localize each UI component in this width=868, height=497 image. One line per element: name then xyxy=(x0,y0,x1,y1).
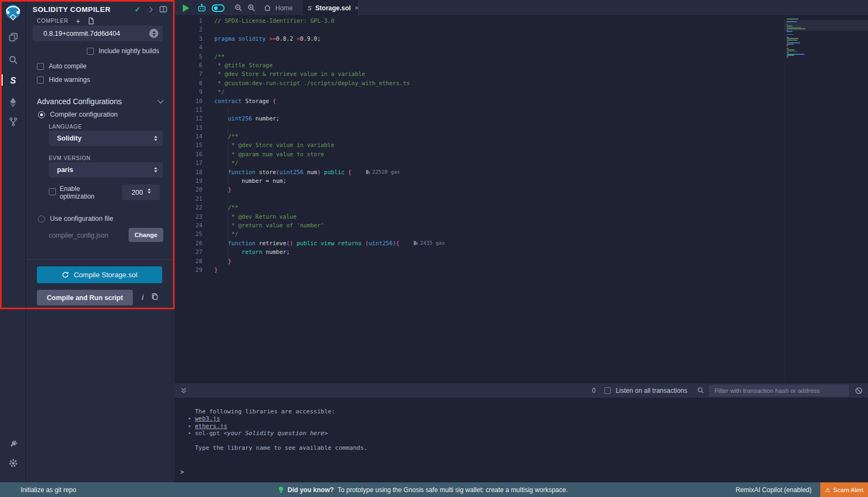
search-icon[interactable] xyxy=(0,53,26,67)
code-area[interactable]: // SPDX-License-Identifier: GPL-3.0pragm… xyxy=(214,16,781,274)
solidity-compiler-icon[interactable]: S xyxy=(0,74,26,88)
line-number: 10 xyxy=(175,97,202,105)
code-line[interactable]: * @dev Store value in variable xyxy=(214,141,781,149)
include-nightly-label: Include nightly builds xyxy=(99,47,159,55)
gas-pump-icon xyxy=(366,169,370,175)
use-configuration-file-radio[interactable] xyxy=(38,215,45,222)
code-line[interactable]: * @param num value to store xyxy=(214,150,781,158)
advanced-configurations-header[interactable]: Advanced Configurations xyxy=(37,97,163,106)
compiler-version-value: 0.8.19+commit.7dd6d404 xyxy=(43,30,120,37)
compiler-configuration-label: Compiler configuration xyxy=(50,111,118,118)
file-explorer-icon[interactable] xyxy=(0,30,26,44)
listen-transactions-checkbox[interactable] xyxy=(604,387,611,394)
panel-header: SOLIDITY COMPILER ✓ xyxy=(33,3,167,15)
code-line[interactable]: uint256 number; xyxy=(214,114,781,123)
tab-storage-sol[interactable]: S Storage.sol × xyxy=(302,0,358,16)
copilot-toggle[interactable] xyxy=(210,0,226,16)
plugin-manager-icon[interactable] xyxy=(0,436,26,450)
deploy-run-icon[interactable] xyxy=(0,95,26,110)
code-line[interactable]: /** xyxy=(214,52,781,61)
status-git-message[interactable]: Initialize as git repo xyxy=(21,482,76,497)
git-icon[interactable] xyxy=(0,114,26,129)
code-line[interactable]: contract Storage { xyxy=(214,97,781,105)
terminal-output: The following libraries are accessible:•… xyxy=(175,398,868,482)
chevron-right-icon[interactable] xyxy=(148,7,153,12)
code-line[interactable]: function store(uint256 num) public {2252… xyxy=(214,168,781,176)
minimap[interactable] xyxy=(784,16,868,383)
add-compiler-icon[interactable]: + xyxy=(76,18,80,24)
code-line[interactable]: * @return value of 'number' xyxy=(214,221,781,230)
tab-home[interactable]: Home xyxy=(255,0,302,16)
language-select[interactable]: Solidity xyxy=(49,131,163,146)
code-line[interactable]: } xyxy=(214,265,781,274)
code-editor[interactable]: 1234567891011121314151617181920212223242… xyxy=(175,16,868,383)
terminal-line: • sol-gpt <your Solidity question here> xyxy=(188,430,868,437)
clear-console-icon[interactable] xyxy=(855,387,863,394)
compiler-version-select[interactable]: 0.8.19+commit.7dd6d404 xyxy=(33,26,163,41)
code-line[interactable]: */ xyxy=(214,230,781,238)
code-line[interactable]: * @dev Return value xyxy=(214,212,781,221)
zoom-out-icon[interactable] xyxy=(232,0,244,16)
minimap-line xyxy=(787,51,797,52)
info-icon[interactable]: i xyxy=(141,293,143,301)
code-line[interactable]: // SPDX-License-Identifier: GPL-3.0 xyxy=(214,16,781,25)
settings-gear-icon[interactable] xyxy=(0,456,26,470)
scam-alert-button[interactable]: ⚠ Scam Alert xyxy=(820,482,868,497)
code-line[interactable]: /** xyxy=(214,203,781,212)
change-config-button[interactable]: Change xyxy=(129,228,163,242)
hide-warnings-row: Hide warnings xyxy=(37,76,90,84)
hide-warnings-checkbox[interactable] xyxy=(37,77,44,84)
scam-alert-label: Scam Alert xyxy=(833,487,864,493)
copilot-status[interactable]: RemixAI Copilot (enabled) xyxy=(736,482,812,497)
main-area: Home S Storage.sol × 1234567891011121314… xyxy=(175,0,868,482)
code-line[interactable]: return number; xyxy=(214,247,781,256)
terminal-expand-icon[interactable] xyxy=(180,387,187,394)
run-script-button[interactable] xyxy=(181,0,191,16)
ai-robot-icon[interactable] xyxy=(195,0,208,16)
optimization-runs-input[interactable] xyxy=(122,184,160,200)
enable-optimization-checkbox[interactable] xyxy=(49,188,56,195)
line-number: 17 xyxy=(175,158,202,167)
code-line[interactable]: */ xyxy=(214,158,781,167)
minimap-line xyxy=(787,27,801,28)
terminal-line: Type the library name to see available c… xyxy=(188,444,868,451)
code-line[interactable]: * @dev Store & retrieve value in a varia… xyxy=(214,69,781,78)
code-line[interactable]: /** xyxy=(214,132,781,141)
terminal-search-icon[interactable] xyxy=(697,387,704,394)
compiler-configuration-radio[interactable] xyxy=(38,111,45,118)
code-line[interactable] xyxy=(214,105,781,114)
line-number: 25 xyxy=(175,230,202,238)
code-line[interactable]: */ xyxy=(214,87,781,96)
code-line[interactable]: } xyxy=(214,185,781,194)
line-number: 12 xyxy=(175,114,202,123)
evm-version-select[interactable]: paris xyxy=(49,162,163,177)
line-number: 23 xyxy=(175,212,202,221)
code-line[interactable]: * @custom:dev-run-script ./scripts/deplo… xyxy=(214,79,781,87)
code-line[interactable]: * @title Storage xyxy=(214,61,781,69)
code-line[interactable] xyxy=(214,25,781,34)
open-file-icon[interactable] xyxy=(88,17,94,24)
terminal-prompt[interactable]: > xyxy=(180,469,184,476)
code-line[interactable]: pragma solidity >=0.8.2 <0.9.0; xyxy=(214,34,781,43)
code-line[interactable]: function retrieve() public view returns … xyxy=(214,239,781,247)
code-line[interactable]: } xyxy=(214,257,781,265)
remix-logo[interactable] xyxy=(4,4,22,21)
code-line[interactable] xyxy=(214,43,781,52)
split-panel-icon[interactable] xyxy=(159,6,167,12)
language-stepper-icon xyxy=(154,136,157,141)
code-line[interactable]: number = num; xyxy=(214,176,781,185)
transaction-filter-input[interactable] xyxy=(709,385,849,397)
code-line[interactable] xyxy=(214,194,781,203)
copy-icon[interactable] xyxy=(151,293,158,300)
tip-title: Did you know? xyxy=(288,486,334,494)
compile-button[interactable]: Compile Storage.sol xyxy=(37,266,162,283)
code-line[interactable] xyxy=(214,123,781,132)
minimap-line xyxy=(787,34,793,35)
compile-and-run-button[interactable]: Compile and Run script xyxy=(37,290,133,305)
runs-stepper-icon[interactable] xyxy=(148,188,151,194)
line-number: 24 xyxy=(175,221,202,230)
include-nightly-checkbox[interactable] xyxy=(87,48,94,55)
terminal-link[interactable]: web3.js xyxy=(195,415,220,422)
auto-compile-checkbox[interactable] xyxy=(37,63,44,70)
terminal-link[interactable]: ethers.js xyxy=(195,423,227,430)
